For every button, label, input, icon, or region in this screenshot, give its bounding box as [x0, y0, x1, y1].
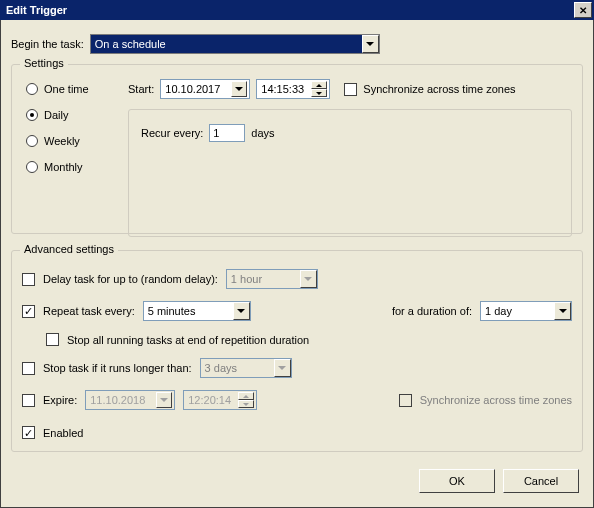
start-time-input[interactable]: 14:15:33 [256, 79, 330, 99]
chevron-down-icon [274, 359, 291, 377]
radio-daily[interactable]: Daily [26, 109, 110, 121]
recur-label: Recur every: [141, 127, 203, 139]
delay-value: 1 hour [231, 273, 296, 285]
stop-all-checkbox[interactable] [46, 333, 59, 346]
expire-label: Expire: [43, 394, 77, 406]
radio-icon [26, 83, 38, 95]
time-spinner[interactable] [311, 81, 327, 97]
expire-date-input: 11.10.2018 [85, 390, 175, 410]
expire-time-value: 12:20:14 [188, 394, 236, 406]
radio-icon [26, 161, 38, 173]
repeat-combo[interactable]: 5 minutes [143, 301, 251, 321]
radio-icon [26, 109, 38, 121]
duration-value: 1 day [485, 305, 550, 317]
radio-one-time[interactable]: One time [26, 83, 110, 95]
start-date-input[interactable]: 10.10.2017 [160, 79, 250, 99]
chevron-down-icon [156, 392, 172, 408]
ok-label: OK [449, 475, 465, 487]
delay-checkbox[interactable] [22, 273, 35, 286]
radio-label: Monthly [44, 161, 83, 173]
start-time-value: 14:15:33 [261, 83, 309, 95]
recur-unit: days [251, 127, 274, 139]
radio-icon [26, 135, 38, 147]
radio-label: Weekly [44, 135, 80, 147]
window-title: Edit Trigger [6, 4, 67, 16]
ok-button[interactable]: OK [419, 469, 495, 493]
duration-label: for a duration of: [392, 305, 472, 317]
enabled-label: Enabled [43, 427, 83, 439]
titlebar[interactable]: Edit Trigger ✕ [0, 0, 594, 20]
chevron-down-icon [300, 270, 317, 288]
expire-checkbox[interactable] [22, 394, 35, 407]
settings-group: Settings One time Daily Weekly Monthly [11, 64, 583, 234]
begin-task-value: On a schedule [95, 38, 358, 50]
sync-tz-label: Synchronize across time zones [363, 83, 515, 95]
chevron-down-icon [231, 81, 247, 97]
expire-time-input: 12:20:14 [183, 390, 257, 410]
expire-sync-checkbox [399, 394, 412, 407]
cancel-button[interactable]: Cancel [503, 469, 579, 493]
stopif-label: Stop task if it runs longer than: [43, 362, 192, 374]
dialog-body: Begin the task: On a schedule Settings O… [0, 20, 594, 508]
advanced-legend: Advanced settings [20, 243, 118, 255]
stop-all-label: Stop all running tasks at end of repetit… [67, 334, 309, 346]
repeat-checkbox[interactable]: ✓ [22, 305, 35, 318]
stopif-value: 3 days [205, 362, 270, 374]
close-icon: ✕ [579, 5, 587, 16]
radio-label: One time [44, 83, 89, 95]
enabled-checkbox[interactable]: ✓ [22, 426, 35, 439]
advanced-group: Advanced settings Delay task for up to (… [11, 250, 583, 452]
expire-sync-label: Synchronize across time zones [420, 394, 572, 406]
recur-input[interactable]: 1 [209, 124, 245, 142]
settings-legend: Settings [20, 57, 68, 69]
chevron-down-icon [233, 302, 250, 320]
radio-label: Daily [44, 109, 68, 121]
recur-group: Recur every: 1 days [128, 109, 572, 237]
radio-monthly[interactable]: Monthly [26, 161, 110, 173]
stopif-checkbox[interactable] [22, 362, 35, 375]
repeat-label: Repeat task every: [43, 305, 135, 317]
duration-combo[interactable]: 1 day [480, 301, 572, 321]
chevron-down-icon [554, 302, 571, 320]
delay-label: Delay task for up to (random delay): [43, 273, 218, 285]
begin-task-combo[interactable]: On a schedule [90, 34, 380, 54]
frequency-radios: One time Daily Weekly Monthly [22, 75, 118, 237]
sync-tz-checkbox[interactable] [344, 83, 357, 96]
recur-value: 1 [213, 127, 219, 139]
begin-task-label: Begin the task: [11, 38, 84, 50]
button-bar: OK Cancel [419, 469, 579, 493]
delay-combo: 1 hour [226, 269, 318, 289]
start-label: Start: [128, 83, 154, 95]
time-spinner [238, 392, 254, 408]
start-date-value: 10.10.2017 [165, 83, 229, 95]
stopif-combo: 3 days [200, 358, 292, 378]
repeat-value: 5 minutes [148, 305, 229, 317]
cancel-label: Cancel [524, 475, 558, 487]
chevron-down-icon [362, 35, 379, 53]
radio-weekly[interactable]: Weekly [26, 135, 110, 147]
close-button[interactable]: ✕ [574, 2, 592, 18]
expire-date-value: 11.10.2018 [90, 394, 154, 406]
